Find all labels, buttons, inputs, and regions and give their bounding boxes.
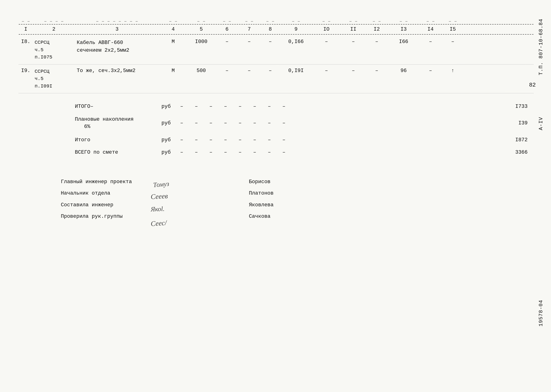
dash-15: – – — [442, 19, 463, 24]
summary-label-total: Итого — [75, 137, 159, 143]
summary-label-plan: Плановые накопления 6% — [75, 116, 159, 131]
summary-value-total: I872 — [500, 137, 528, 143]
sig-image-2: Якоl. — [150, 202, 216, 215]
sig-image-1: Сееев — [150, 188, 216, 203]
cell-18-col5: I000 — [187, 38, 215, 45]
col-header-11: II — [342, 26, 365, 32]
summary-unit-total: руб — [162, 137, 178, 143]
sig-images: Томуз Сееев Якоl. Сеес/ — [151, 177, 216, 227]
cell-18-col15: – — [442, 38, 463, 45]
cell-18-num: I8. — [19, 38, 33, 45]
cell-18-col13: I66 — [389, 38, 419, 45]
dash-7: – – — [239, 19, 260, 24]
side-label-bottom-code: 19578-04 — [538, 300, 544, 327]
sig-names: Борисов Платонов Яковлева Сачкова — [249, 177, 274, 227]
dash-10: – – — [311, 19, 342, 24]
summary-row-itogo: ИТОГО– руб – – – – – – – – I733 — [75, 100, 532, 113]
sig-name-1: Платонов — [249, 189, 274, 198]
summary-unit-itogo: руб — [162, 104, 178, 109]
sig-role-3: Проверила рук.группы — [61, 212, 132, 221]
cell-19-col12: – — [365, 67, 389, 74]
summary-section: ИТОГО– руб – – – – – – – – I733 Плановые… — [19, 100, 532, 159]
summary-dashes-total: – – – – – – – – — [180, 137, 497, 143]
cell-19-col14: – — [419, 67, 442, 74]
sig-labels: Главный инженер проекта Начальник отдела… — [61, 177, 132, 227]
cell-19-code: ССРСЦч.5п.I09I — [33, 67, 75, 91]
cell-19-col13: 96 — [389, 67, 419, 74]
cell-19-col5: 500 — [187, 67, 215, 74]
summary-unit-vsego: руб — [162, 149, 178, 155]
col-header-5: 5 — [187, 26, 215, 32]
cell-19-num: I9. — [19, 67, 33, 74]
summary-label-vsego: ВСЕГО по смете — [75, 149, 159, 155]
dash-2: – – – – — [33, 19, 75, 24]
table-row-18: I8. ССРСЦч.5п.I075 Кабель АВВГ-660сечени… — [19, 35, 533, 64]
page: Т.П. 807-10-68.84 А-IV 82 19578-04 – – –… — [0, 0, 551, 392]
col-header-4: 4 — [159, 26, 187, 32]
cell-18-col10: – — [311, 38, 342, 45]
col-header-3: 3 — [75, 26, 159, 32]
dash-3: – – – – – – – – — [75, 19, 159, 24]
table-row-19: I9. ССРСЦч.5п.I09I То же, сеч.3х2,5мм2 М… — [19, 64, 533, 94]
col-header-2: 2 — [33, 26, 75, 32]
cell-18-col7: – — [239, 38, 260, 45]
cell-19-unit: М — [159, 67, 187, 74]
sig-role-0: Главный инженер проекта — [61, 177, 132, 187]
cell-19-desc: То же, сеч.3х2,5мм2 — [75, 67, 159, 74]
side-label-middle: А-IV — [538, 117, 544, 130]
dash-11: – – — [342, 19, 365, 24]
summary-value-plan: I39 — [500, 120, 528, 126]
col-header-7: 7 — [239, 26, 260, 32]
cell-19-col10: – — [311, 67, 342, 74]
cell-18-col8: – — [260, 38, 281, 45]
dash-13: – – — [389, 19, 419, 24]
col-header-14: I4 — [419, 26, 442, 32]
summary-unit-plan: руб — [162, 120, 178, 126]
side-label-top: Т.П. 807-10-68.84 — [538, 19, 544, 75]
summary-row-total: Итого руб – – – – – – – – I872 — [75, 134, 532, 146]
header-row: I 2 3 4 5 6 7 8 9 IO II I2 I3 I4 I5 — [19, 24, 533, 35]
summary-dashes-itogo: – – – – – – – – — [180, 104, 497, 109]
signatures-section: Главный инженер проекта Начальник отдела… — [19, 177, 532, 227]
dash-6: – – — [215, 19, 239, 24]
cell-19-col9: 0,I9I — [281, 67, 311, 74]
sig-role-2: Составила инженер — [61, 200, 132, 210]
col-header-9: 9 — [281, 26, 311, 32]
sig-name-0: Борисов — [249, 177, 274, 187]
cell-19-col6: – — [215, 67, 239, 74]
dash-9: – – — [281, 19, 311, 24]
summary-row-plan: Плановые накопления 6% руб – – – – – – –… — [75, 113, 532, 134]
col-header-10: IO — [311, 26, 342, 32]
col-header-1: I — [19, 26, 33, 32]
dash-4: – – — [159, 19, 187, 24]
col-header-13: I3 — [389, 26, 419, 32]
col-header-12: I2 — [365, 26, 389, 32]
cell-19-col11: – — [342, 67, 365, 74]
summary-row-vsego: ВСЕГО по смете руб – – – – – – – – 3366 — [75, 146, 532, 159]
cell-18-col11: – — [342, 38, 365, 45]
cell-18-col12: – — [365, 38, 389, 45]
col-header-15: I5 — [442, 26, 463, 32]
cell-18-unit: М — [159, 38, 187, 45]
cell-18-col14: – — [419, 38, 442, 45]
main-table: – – – – – – – – – – – – – – – – – – – – … — [19, 19, 533, 93]
page-number: 82 — [529, 82, 536, 88]
dash-14: – – — [419, 19, 442, 24]
sig-name-3: Сачкова — [249, 212, 274, 221]
summary-dashes-plan: – – – – – – – – — [180, 120, 497, 126]
cell-19-col7: – — [239, 67, 260, 74]
summary-value-vsego: 3366 — [500, 149, 528, 155]
dash-12: – – — [365, 19, 389, 24]
col-header-6: 6 — [215, 26, 239, 32]
dash-1: – – — [19, 19, 33, 24]
dash-5: – – — [187, 19, 215, 24]
summary-label-itogo: ИТОГО– — [75, 104, 159, 109]
cell-18-desc: Кабель АВВГ-660сечением 2х2,5мм2 — [75, 38, 159, 55]
top-dashes-row: – – – – – – – – – – – – – – – – – – – – … — [19, 19, 533, 24]
sig-name-2: Яковлева — [249, 200, 274, 210]
sig-image-3: Сеес/ — [150, 214, 216, 229]
summary-dashes-vsego: – – – – – – – – — [180, 149, 497, 155]
sig-role-1: Начальник отдела — [61, 189, 132, 198]
dash-8: – – — [260, 19, 281, 24]
cell-19-col8: – — [260, 67, 281, 74]
